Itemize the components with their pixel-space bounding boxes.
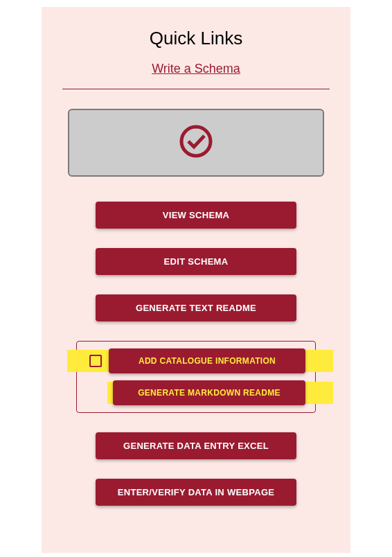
enter-verify-button[interactable]: ENTER/VERIFY DATA IN WEBPAGE xyxy=(96,479,296,506)
checkbox-wrap xyxy=(87,355,105,367)
svg-point-0 xyxy=(181,127,211,156)
generate-excel-button[interactable]: GENERATE DATA ENTRY EXCEL xyxy=(96,432,296,459)
view-schema-button[interactable]: VIEW SCHEMA xyxy=(96,202,296,229)
edit-schema-button[interactable]: EDIT SCHEMA xyxy=(96,248,296,275)
divider xyxy=(62,89,330,89)
highlighted-group: ADD CATALOGUE INFORMATION GENERATE MARKD… xyxy=(76,341,316,413)
check-circle-icon xyxy=(179,124,213,161)
generate-text-readme-button[interactable]: GENERATE TEXT README xyxy=(96,294,296,321)
highlight-row: GENERATE MARKDOWN README xyxy=(87,380,305,405)
highlight-row: ADD CATALOGUE INFORMATION xyxy=(87,348,305,373)
page-title: Quick Links xyxy=(62,28,330,49)
quick-links-panel: Quick Links Write a Schema VIEW SCHEMA E… xyxy=(42,7,350,553)
status-box xyxy=(68,109,324,177)
generate-markdown-button[interactable]: GENERATE MARKDOWN README xyxy=(113,380,305,405)
write-schema-link[interactable]: Write a Schema xyxy=(62,62,330,76)
catalogue-checkbox[interactable] xyxy=(89,355,102,367)
add-catalogue-button[interactable]: ADD CATALOGUE INFORMATION xyxy=(109,348,305,373)
